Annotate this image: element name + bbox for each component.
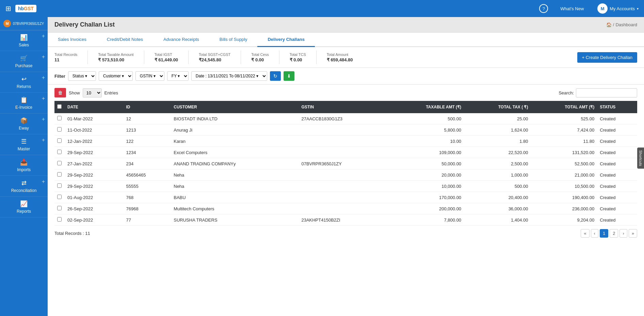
row-checkbox-8[interactable] [57,206,62,210]
table-row[interactable]: 29-Sep-2022 1234 Excel Computers 109,000… [54,147,637,158]
sidebar-item-label-returns: Returns [17,84,31,89]
breadcrumb-separator: / [613,22,614,27]
tab-delivery-challans[interactable]: Delivery Challans [257,33,315,47]
prev-page-button[interactable]: ‹ [591,229,598,238]
summary-total-igst: Total IGST ₹ 61,449.00 [155,52,178,62]
cell-status-0: Created [597,113,637,124]
sidebar-item-einvoice[interactable]: 📋 E-Invoice + [0,93,48,114]
table-row[interactable]: 27-Jan-2022 234 ANAND TRADING COMPANYy 0… [54,158,637,169]
cell-date-1: 11-Oct-2022 [65,124,124,136]
grid-icon[interactable]: ⊞ [5,4,11,13]
cell-id-5: 45656465 [124,169,171,181]
summary-taxable-amount: Total Taxable Amount ₹ 573,510.00 [98,52,133,62]
fy-filter[interactable]: FY ▾ [167,71,189,81]
cell-total-amt-7: 190,400.00 [531,192,597,203]
show-label: Show [69,90,80,95]
next-page-button[interactable]: › [619,229,627,238]
sidebar-item-reports[interactable]: 📈 Reports [0,197,48,217]
row-checkbox-2[interactable] [57,138,62,143]
reconciliation-add-icon[interactable]: + [42,179,45,185]
row-checkbox-0[interactable] [57,116,62,120]
download-button[interactable]: ⬇ [284,71,294,81]
table-area: 🗑 Show 5 10 25 50 100 Entries Search: [48,85,644,316]
breadcrumb: 🏠 / Dashboard [606,22,637,27]
entries-select[interactable]: 5 10 25 50 100 [83,88,102,97]
sidebar-item-label-reports: Reports [17,209,31,214]
date-range-filter[interactable]: Date : 13/11/2021 To 08/11/2022 ▾ [191,71,267,81]
customer-filter[interactable]: Customer ▾ [99,71,133,81]
sidebar-item-reconciliation[interactable]: ⇄ Reconciliation + [0,176,48,197]
home-icon[interactable]: 🏠 [606,22,612,27]
shortcuts-tab[interactable]: Shortcuts [637,147,644,168]
cell-total-tax-3: 22,520.00 [464,147,531,158]
eway-add-icon[interactable]: + [42,116,45,122]
cell-id-4: 234 [124,158,171,169]
row-checkbox-7[interactable] [57,195,62,199]
sales-add-icon[interactable]: + [42,33,45,39]
col-status: STATUS [597,101,637,113]
cell-date-8: 26-Sep-2022 [65,203,124,214]
summary-divider-3 [188,50,189,64]
purchase-add-icon[interactable]: + [42,54,45,60]
summary-total-cess: Total Cess ₹ 0.00 [251,52,269,62]
table-row[interactable]: 11-Oct-2022 1213 Anurag Ji 5,800.00 1,62… [54,124,637,136]
table-row[interactable]: 26-Sep-2022 76968 Multitech Computers 20… [54,203,637,214]
tab-credit-debit-notes[interactable]: Credit/Debit Notes [97,33,153,47]
summary-divider-2 [144,50,144,64]
create-delivery-challan-button[interactable]: + Create Delivery Challan [577,52,637,63]
sidebar-item-sales[interactable]: 📊 Sales + [0,30,48,51]
search-input[interactable] [576,88,637,97]
page-1-button[interactable]: 1 [600,229,608,238]
status-filter[interactable]: Status ▾ [68,71,96,81]
sidebar-item-imports[interactable]: 📥 Imports [0,155,48,176]
cell-status-7: Created [597,192,637,203]
table-row[interactable]: 02-Sep-2022 77 SURUSHA TRADERS 23AKHPT41… [54,214,637,226]
page-2-button[interactable]: 2 [610,229,618,238]
sidebar-item-returns[interactable]: ↩ Returns + [0,72,48,93]
gstin-filter[interactable]: GSTIN ▾ [135,71,164,81]
sidebar-item-label-master: Master [18,147,30,151]
returns-add-icon[interactable]: + [42,75,45,81]
table-row[interactable]: 29-Sep-2022 45656465 Neha 20,000.00 1,00… [54,169,637,181]
sidebar-item-purchase[interactable]: 🛒 Purchase + [0,51,48,72]
sidebar-item-eway[interactable]: 📦 Eway + [0,114,48,134]
row-checkbox-1[interactable] [57,127,62,132]
select-all-checkbox[interactable] [57,104,62,109]
row-checkbox-3[interactable] [57,150,62,154]
tab-sales-invoices[interactable]: Sales Invoices [48,33,97,47]
row-checkbox-9[interactable] [57,217,62,222]
cell-date-7: 01-Aug-2022 [65,192,124,203]
row-checkbox-5[interactable] [57,172,62,177]
cell-date-9: 02-Sep-2022 [65,214,124,226]
cell-status-6: Created [597,181,637,192]
tab-bills-of-supply[interactable]: Bills of Supply [209,33,258,47]
table-row[interactable]: 29-Sep-2022 55555 Neha 10,000.00 500.00 … [54,181,637,192]
last-page-button[interactable]: » [629,229,637,238]
row-checkbox-4[interactable] [57,161,62,165]
user-badge: M [3,20,11,27]
sidebar-item-label-einvoice: E-Invoice [15,105,32,110]
help-icon[interactable]: ? [539,4,548,13]
sidebar-item-label-imports: Imports [17,167,31,172]
delete-button[interactable]: 🗑 [54,88,66,97]
tab-advance-receipts[interactable]: Advance Receipts [153,33,209,47]
account-menu[interactable]: M My Accounts ▾ [597,3,639,14]
page-header: Delivery Challan List 🏠 / Dashboard [48,17,644,33]
summary-row: Total Records 11 Total Taxable Amount ₹ … [48,47,644,68]
einvoice-add-icon[interactable]: + [42,95,45,102]
table-row[interactable]: 12-Jan-2022 122 Karan 10.00 1.80 11.80 C… [54,136,637,147]
sidebar-header: M 07BVRPR3650J1ZY [0,17,48,30]
summary-divider-1 [87,50,88,64]
sidebar-item-master[interactable]: ☰ Master + [0,134,48,155]
refresh-button[interactable]: ↻ [270,71,281,81]
delivery-challan-table: DATE ID CUSTOMER GSTIN TAXABLE AMT (₹) T… [54,101,637,226]
first-page-button[interactable]: « [581,229,589,238]
cell-status-1: Created [597,124,637,136]
master-add-icon[interactable]: + [42,137,45,143]
app-logo[interactable]: hb GST [15,5,36,12]
table-row[interactable]: 01-Aug-2022 768 BABU 170,000.00 20,400.0… [54,192,637,203]
table-row[interactable]: 01-Mar-2022 12 BIOSTADT INDIA LTD 27AACC… [54,113,637,124]
whats-new-link[interactable]: What's New [560,6,584,11]
cell-status-4: Created [597,158,637,169]
row-checkbox-6[interactable] [57,183,62,188]
